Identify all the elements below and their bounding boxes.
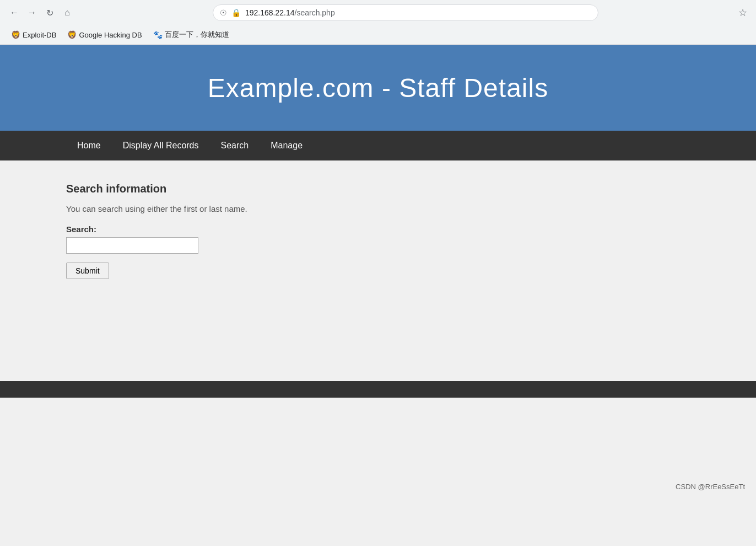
url-text: 192.168.22.14/search.php — [245, 8, 591, 17]
bookmark-baidu-label: 百度一下，你就知道 — [165, 30, 229, 40]
nav-item-manage: Manage — [260, 131, 314, 160]
nav-item-search: Search — [210, 131, 260, 160]
nav-link-home[interactable]: Home — [66, 131, 112, 160]
forward-button[interactable]: → — [24, 5, 40, 20]
website: Example.com - Staff Details Home Display… — [0, 45, 756, 398]
main-content: Search information You can search using … — [0, 160, 756, 381]
bookmark-exploit-db[interactable]: 🦁 Exploit-DB — [7, 28, 61, 41]
browser-chrome: ← → ↻ ⌂ ☉ 🔒 192.168.22.14/search.php ☆ 🦁… — [0, 0, 756, 45]
watermark: CSDN @RrEeSsEeTt — [676, 483, 745, 491]
back-button[interactable]: ← — [7, 5, 22, 20]
site-nav: Home Display All Records Search Manage — [0, 131, 756, 160]
lock-icon: 🔒 — [231, 8, 241, 17]
nav-item-display-all: Display All Records — [112, 131, 210, 160]
nav-list: Home Display All Records Search Manage — [0, 131, 756, 160]
nav-link-search[interactable]: Search — [210, 131, 260, 160]
bookmark-exploit-db-icon: 🦁 — [11, 30, 20, 39]
submit-button[interactable]: Submit — [66, 263, 109, 279]
reload-button[interactable]: ↻ — [42, 5, 57, 20]
bookmark-baidu-icon: 🐾 — [153, 30, 163, 39]
shield-icon: ☉ — [220, 8, 227, 17]
search-heading: Search information — [66, 183, 690, 195]
bookmark-google-hacking[interactable]: 🦁 Google Hacking DB — [63, 28, 146, 41]
bookmark-google-hacking-icon: 🦁 — [67, 30, 77, 39]
site-footer — [0, 381, 756, 398]
search-label: Search: — [66, 224, 690, 234]
browser-toolbar: ← → ↻ ⌂ ☉ 🔒 192.168.22.14/search.php ☆ — [0, 0, 756, 25]
address-bar[interactable]: ☉ 🔒 192.168.22.14/search.php — [213, 4, 598, 21]
nav-link-display-all[interactable]: Display All Records — [112, 131, 210, 160]
nav-item-home: Home — [66, 131, 112, 160]
site-title: Example.com - Staff Details — [11, 73, 745, 103]
site-header: Example.com - Staff Details — [0, 45, 756, 131]
nav-buttons: ← → ↻ ⌂ — [7, 5, 75, 20]
bookmarks-bar: 🦁 Exploit-DB 🦁 Google Hacking DB 🐾 百度一下，… — [0, 25, 756, 45]
search-input[interactable] — [66, 237, 198, 254]
search-section: Search information You can search using … — [66, 183, 690, 279]
bookmark-baidu[interactable]: 🐾 百度一下，你就知道 — [149, 28, 234, 42]
url-path: /search.php — [295, 8, 335, 17]
bookmark-google-hacking-label: Google Hacking DB — [79, 31, 142, 39]
search-description: You can search using either the first or… — [66, 204, 690, 213]
bookmark-exploit-db-label: Exploit-DB — [23, 31, 56, 39]
bookmark-star-button[interactable]: ☆ — [736, 4, 749, 21]
url-domain: 192.168.22.14 — [245, 8, 295, 17]
address-bar-container: ☉ 🔒 192.168.22.14/search.php — [213, 4, 598, 21]
home-button[interactable]: ⌂ — [60, 5, 75, 20]
nav-link-manage[interactable]: Manage — [260, 131, 314, 160]
